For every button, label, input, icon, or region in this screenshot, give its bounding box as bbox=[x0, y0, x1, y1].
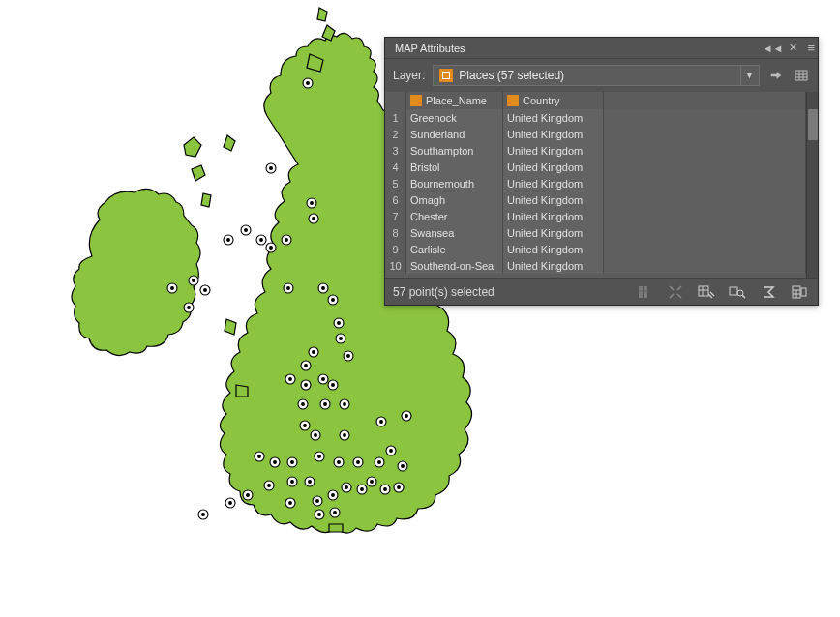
chevron-down-icon[interactable]: ▼ bbox=[740, 66, 758, 85]
svg-point-67 bbox=[258, 455, 261, 458]
cell-place-name[interactable]: Bournemouth bbox=[406, 175, 503, 191]
svg-rect-122 bbox=[644, 286, 647, 298]
cell-country[interactable]: United Kingdom bbox=[503, 109, 604, 126]
table-options-icon[interactable] bbox=[793, 67, 810, 84]
row-number[interactable]: 10 bbox=[385, 257, 406, 274]
table-row[interactable]: 3SouthamptonUnited Kingdom bbox=[385, 142, 806, 159]
field-calculator-icon[interactable] bbox=[789, 281, 810, 303]
panel-titlebar[interactable]: MAP Attributes ◄◄ ✕ ≡ bbox=[385, 38, 818, 59]
svg-point-83 bbox=[402, 465, 405, 468]
row-number[interactable]: 7 bbox=[385, 208, 406, 224]
svg-line-129 bbox=[742, 295, 745, 298]
cell-place-name[interactable]: Bristol bbox=[406, 159, 503, 175]
close-icon[interactable]: ✕ bbox=[789, 42, 797, 54]
status-bar: 57 point(s) selected bbox=[385, 278, 818, 305]
row-number[interactable]: 4 bbox=[385, 159, 406, 175]
table-row[interactable]: 5BournemouthUnited Kingdom bbox=[385, 175, 806, 191]
cell-country[interactable]: United Kingdom bbox=[503, 175, 604, 191]
cell-country[interactable]: United Kingdom bbox=[503, 126, 604, 142]
svg-point-91 bbox=[247, 494, 250, 497]
cell-place-name[interactable]: Greenock bbox=[406, 109, 503, 126]
table-row[interactable]: 10Southend-on-SeaUnited Kingdom bbox=[385, 257, 806, 274]
cell-place-name[interactable]: Southend-on-Sea bbox=[406, 257, 503, 274]
svg-point-87 bbox=[309, 481, 312, 484]
svg-point-1 bbox=[307, 82, 310, 85]
scrollbar-thumb[interactable] bbox=[808, 109, 818, 140]
svg-point-11 bbox=[270, 247, 273, 250]
deselect-icon[interactable] bbox=[634, 281, 655, 303]
table-row[interactable]: 7ChesterUnited Kingdom bbox=[385, 208, 806, 224]
svg-point-109 bbox=[384, 488, 387, 491]
table-row[interactable]: 2SunderlandUnited Kingdom bbox=[385, 126, 806, 142]
svg-point-33 bbox=[338, 322, 341, 325]
svg-rect-124 bbox=[699, 286, 708, 296]
cell-country[interactable]: United Kingdom bbox=[503, 142, 604, 159]
cell-place-name[interactable]: Chester bbox=[406, 208, 503, 224]
row-number[interactable]: 2 bbox=[385, 126, 406, 142]
svg-point-49 bbox=[332, 384, 335, 387]
vertical-scrollbar[interactable] bbox=[806, 92, 818, 278]
cell-country[interactable]: United Kingdom bbox=[503, 224, 604, 241]
select-by-attributes-icon[interactable] bbox=[696, 281, 717, 303]
table-row[interactable]: 9CarlisleUnited Kingdom bbox=[385, 241, 806, 257]
cell-place-name[interactable]: Omagh bbox=[406, 191, 503, 208]
column-label: Country bbox=[523, 95, 560, 106]
cell-spacer bbox=[604, 126, 806, 142]
cell-place-name[interactable]: Carlisle bbox=[406, 241, 503, 257]
cell-place-name[interactable]: Sunderland bbox=[406, 126, 503, 142]
svg-rect-121 bbox=[639, 286, 643, 298]
row-number[interactable]: 8 bbox=[385, 224, 406, 241]
cell-spacer bbox=[604, 257, 806, 274]
svg-point-55 bbox=[344, 403, 346, 406]
layer-select-value: Places (57 selected) bbox=[459, 69, 735, 82]
svg-point-69 bbox=[274, 461, 277, 464]
attribute-table: Place_Name Country 1GreenockUnited Kingd… bbox=[385, 92, 818, 278]
table-row[interactable]: 4BristolUnited Kingdom bbox=[385, 159, 806, 175]
table-row[interactable]: 6OmaghUnited Kingdom bbox=[385, 191, 806, 208]
row-number[interactable]: 1 bbox=[385, 109, 406, 126]
cell-spacer bbox=[604, 224, 806, 241]
svg-point-77 bbox=[357, 461, 360, 464]
layer-type-icon bbox=[439, 69, 453, 82]
row-header[interactable] bbox=[385, 92, 406, 109]
svg-point-37 bbox=[347, 355, 350, 358]
cell-spacer bbox=[604, 241, 806, 257]
cell-place-name[interactable]: Southampton bbox=[406, 142, 503, 159]
svg-point-89 bbox=[268, 485, 271, 487]
svg-point-41 bbox=[305, 365, 308, 367]
pin-icon[interactable] bbox=[767, 67, 785, 84]
cell-country[interactable]: United Kingdom bbox=[503, 208, 604, 224]
center-selection-icon[interactable] bbox=[665, 281, 686, 303]
cell-place-name[interactable]: Swansea bbox=[406, 224, 503, 241]
attributes-panel: MAP Attributes ◄◄ ✕ ≡ Layer: Places (57 … bbox=[384, 37, 819, 306]
column-country[interactable]: Country bbox=[503, 92, 604, 109]
cell-country[interactable]: United Kingdom bbox=[503, 257, 604, 274]
row-number[interactable]: 5 bbox=[385, 175, 406, 191]
svg-point-57 bbox=[304, 425, 307, 427]
cell-spacer bbox=[604, 109, 806, 126]
svg-point-93 bbox=[229, 502, 232, 505]
row-number[interactable]: 6 bbox=[385, 191, 406, 208]
svg-point-53 bbox=[324, 403, 327, 406]
svg-point-23 bbox=[204, 289, 207, 292]
cell-country[interactable]: United Kingdom bbox=[503, 241, 604, 257]
svg-point-79 bbox=[378, 461, 381, 464]
row-number[interactable]: 3 bbox=[385, 142, 406, 159]
collapse-icon[interactable]: ◄◄ bbox=[763, 43, 784, 54]
layer-select[interactable]: Places (57 selected) ▼ bbox=[433, 65, 760, 86]
svg-point-5 bbox=[227, 239, 230, 242]
cell-country[interactable]: United Kingdom bbox=[503, 191, 604, 208]
row-number[interactable]: 9 bbox=[385, 241, 406, 257]
table-row[interactable]: 1GreenockUnited Kingdom bbox=[385, 109, 806, 126]
statistics-icon[interactable] bbox=[758, 281, 779, 303]
svg-point-13 bbox=[285, 239, 288, 242]
svg-point-61 bbox=[344, 434, 346, 437]
column-place-name[interactable]: Place_Name bbox=[406, 92, 503, 109]
svg-rect-116 bbox=[795, 71, 807, 80]
zoom-to-selection-icon[interactable] bbox=[727, 281, 748, 303]
table-row[interactable]: 8SwanseaUnited Kingdom bbox=[385, 224, 806, 241]
svg-point-21 bbox=[193, 279, 195, 282]
cell-country[interactable]: United Kingdom bbox=[503, 159, 604, 175]
panel-menu-icon[interactable]: ≡ bbox=[803, 41, 814, 55]
layer-row: Layer: Places (57 selected) ▼ bbox=[385, 59, 818, 92]
